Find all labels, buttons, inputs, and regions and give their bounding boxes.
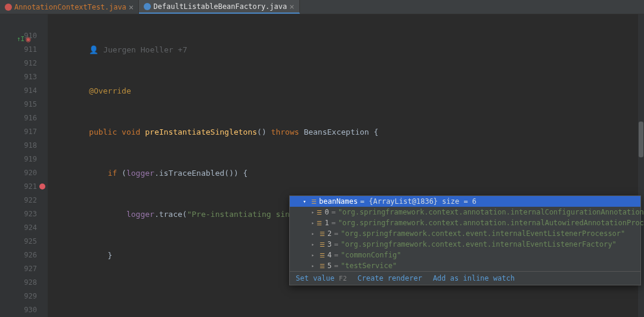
gutter-line: 926 [0, 248, 37, 262]
gutter-line: 925 [0, 235, 37, 248]
chevron-right-icon[interactable]: ▸ [311, 220, 314, 226]
chevron-right-icon[interactable]: ▸ [311, 252, 317, 258]
gutter-line: 921 [0, 180, 37, 194]
kw: void [122, 128, 140, 136]
debug-value-popup[interactable]: ▾ ☰ beanNames = {ArrayList@1836} size = … [289, 195, 641, 285]
list-icon: ☰ [320, 231, 325, 237]
kw: if [108, 169, 117, 178]
debug-var-name: beanNames [319, 197, 358, 206]
list-icon: ☰ [320, 263, 325, 269]
method: isTraceEnabled [159, 169, 225, 178]
gutter-line: 920 [0, 166, 37, 180]
debug-popup-footer: Set value F2 Create renderer Add as inli… [290, 271, 640, 285]
debug-value: "testService" [340, 262, 397, 270]
java-file-icon [5, 4, 12, 11]
list-icon: ☰ [320, 252, 325, 259]
debug-index: 1 [324, 219, 329, 227]
debug-index: 0 [324, 208, 329, 216]
gutter-line: 929 [0, 290, 37, 303]
scrollbar-thumb[interactable] [639, 122, 643, 157]
close-icon[interactable]: × [289, 2, 294, 11]
add-inline-watch-action[interactable]: Add as inline watch [433, 274, 515, 282]
create-renderer-action[interactable]: Create renderer [358, 274, 422, 282]
type: BeansException [304, 128, 369, 136]
gutter-line: 918 [0, 139, 37, 153]
debug-item-row[interactable]: ▸ ☰ 1 = "org.springframework.context.ann… [290, 217, 640, 228]
gutter-line: 922 [0, 194, 37, 207]
chevron-right-icon[interactable]: ▸ [311, 231, 317, 237]
gutter-line [0, 15, 37, 29]
debug-item-row[interactable]: ▸ ☰ 3 = "org.springframework.context.eve… [290, 239, 640, 250]
gutter-line: 919 [0, 153, 37, 166]
debug-var-detail: = {ArrayList@1836} size = 6 [360, 197, 476, 206]
breakpoint-icon[interactable] [39, 184, 45, 189]
gutter-line: 916 [0, 111, 37, 125]
gutter-line: 913 [0, 70, 37, 84]
debug-value: "org.springframework.context.event.inter… [340, 240, 616, 248]
list-icon: ☰ [320, 241, 325, 248]
gutter-line: 928 [0, 276, 37, 290]
gutter-line: 930 [0, 303, 37, 317]
set-value-action[interactable]: Set value [296, 274, 335, 282]
gutter-line: 924 [0, 221, 37, 235]
list-icon: ☰ [317, 220, 322, 226]
chevron-right-icon[interactable]: ▸ [311, 263, 317, 269]
kw: throws [271, 128, 299, 136]
gutter-line: 927 [0, 262, 37, 276]
field: logger [126, 169, 154, 178]
kw: public [89, 128, 117, 136]
close-icon[interactable]: × [129, 2, 134, 12]
tab-label: DefaultListableBeanFactory.java [153, 2, 287, 11]
debug-index: 3 [327, 240, 332, 248]
java-file-icon [144, 3, 151, 10]
shortcut-hint: F2 [339, 275, 346, 282]
debug-index: 5 [327, 262, 332, 270]
chevron-right-icon[interactable]: ▸ [311, 241, 317, 247]
tab-annotationcontexttest[interactable]: AnnotationContextTest.java × [0, 0, 139, 14]
tab-defaultlistablebeanfactory[interactable]: DefaultListableBeanFactory.java × [139, 0, 299, 14]
debug-item-row[interactable]: ▸ ☰ 5 = "testService" [290, 260, 640, 271]
annotation: @Override [89, 86, 131, 95]
debug-index: 2 [327, 229, 332, 238]
debug-item-row[interactable]: ▸ ☰ 4 = "commonConfig" [290, 250, 640, 260]
gutter-line: 914 [0, 84, 37, 98]
chevron-down-icon[interactable]: ▾ [303, 198, 309, 204]
debug-item-row[interactable]: ▸ ☰ 2 = "org.springframework.context.eve… [290, 228, 640, 239]
gutter-line: 917 [0, 125, 37, 139]
gutter-line: 912 [0, 57, 37, 70]
list-icon: ☰ [311, 198, 317, 205]
gutter-line: 911 [0, 43, 37, 57]
debug-root-row[interactable]: ▾ ☰ beanNames = {ArrayList@1836} size = … [290, 196, 640, 207]
author-icon: 👤 [70, 45, 103, 54]
list-icon: ☰ [317, 209, 322, 216]
debug-value: "org.springframework.context.event.inter… [340, 229, 625, 238]
tab-label: AnnotationContextTest.java [14, 3, 126, 11]
chevron-right-icon[interactable]: ▸ [311, 209, 314, 215]
gutter-line: 923 [0, 207, 37, 221]
field: logger [126, 210, 154, 219]
gutter-line: 915 [0, 98, 37, 111]
gutter-line: 910 [0, 29, 37, 43]
debug-item-row[interactable]: ▸ ☰ 0 = "org.springframework.context.ann… [290, 207, 640, 217]
method-name: preInstantiateSingletons [145, 128, 257, 136]
debug-value: "org.springframework.context.annotation.… [338, 219, 644, 227]
debug-index: 4 [327, 251, 332, 259]
editor-tabs: AnnotationContextTest.java × DefaultList… [0, 0, 644, 14]
debug-value: "org.springframework.context.annotation.… [338, 208, 644, 216]
line-gutter[interactable]: ↑I ◉ 910 911 912 913 914 915 916 917 918… [0, 14, 48, 317]
method: trace [159, 210, 182, 219]
author-hint: Juergen Hoeller +7 [103, 45, 187, 54]
debug-value: "commonConfig" [340, 251, 401, 259]
